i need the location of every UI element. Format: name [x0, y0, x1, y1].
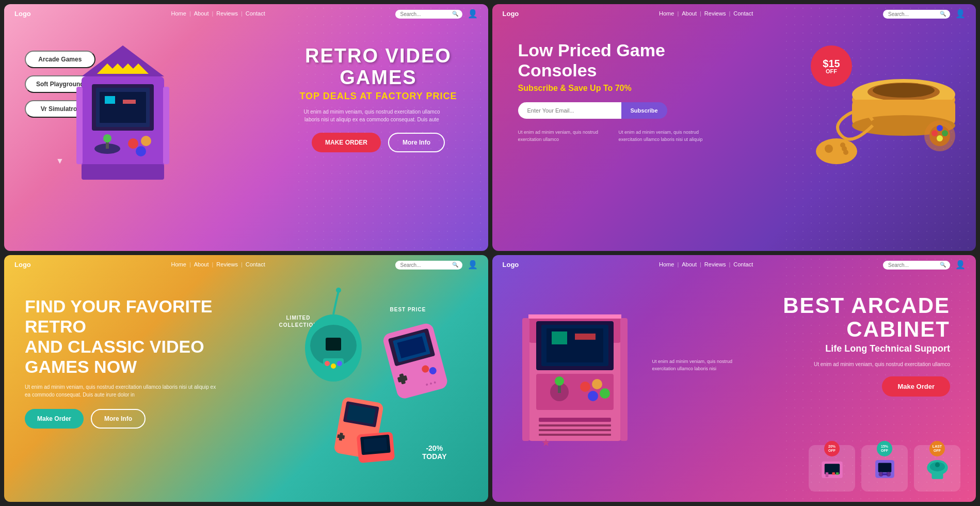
product-card-3[interactable]: LAST OFF [914, 445, 960, 492]
svg-point-14 [128, 138, 138, 149]
arrow-decoration-1: ▼ [56, 156, 64, 166]
svg-rect-86 [522, 318, 529, 441]
search-icon-3: 🔍 [452, 262, 458, 267]
p4-main-content: Best Arcade Cabinet Life Long Technical … [783, 294, 950, 397]
badge-2: 15% OFF [877, 441, 892, 456]
panel-low-priced-consoles: Logo Home | About | Reviews | Contact 🔍 … [492, 4, 976, 251]
svg-rect-98 [882, 473, 888, 475]
svg-rect-95 [878, 463, 891, 472]
p4-make-order-btn[interactable]: Make Order [882, 376, 950, 397]
p4-subtitle: Life Long Technical Support [783, 343, 950, 354]
nav-reviews-3[interactable]: Reviews [216, 261, 238, 267]
svg-rect-17 [82, 164, 164, 180]
panel-retro-video-games: Logo Home | About | Reviews | Contact 🔍 … [4, 4, 488, 251]
panel-best-arcade-cabinet: Logo Home | About | Reviews | Contact 🔍 … [492, 255, 976, 502]
badge-1: 20% OFF [824, 441, 840, 456]
nav-about-2[interactable]: About [682, 10, 697, 17]
svg-point-27 [825, 145, 833, 153]
user-icon-4[interactable]: 👤 [955, 260, 966, 270]
svg-point-80 [588, 391, 598, 401]
nav-about-1[interactable]: About [194, 10, 209, 17]
nav-home-3[interactable]: Home [171, 261, 186, 267]
p2-info-grid: Ut enim ad minim veniam, quis nostrud ex… [518, 129, 714, 143]
p2-email-subscribe: Subscribe [518, 102, 714, 119]
svg-rect-91 [825, 472, 828, 477]
svg-point-42 [331, 363, 336, 369]
svg-point-43 [337, 361, 342, 366]
navbar-2: Logo Home | About | Reviews | Contact 🔍 … [492, 4, 976, 23]
nav-contact-3[interactable]: Contact [246, 261, 265, 267]
user-icon-1[interactable]: 👤 [468, 9, 478, 19]
nav-links-3: Home | About | Reviews | Contact [46, 261, 390, 267]
nav-home-4[interactable]: Home [659, 261, 674, 267]
nav-reviews-2[interactable]: Reviews [704, 10, 726, 17]
p3-action-buttons: Make Order More Info [25, 409, 231, 429]
arcade-machine-image [66, 35, 180, 190]
svg-point-41 [325, 361, 330, 366]
email-input[interactable] [518, 102, 621, 119]
svg-rect-87 [620, 318, 628, 441]
product-card-2[interactable]: 15% OFF [861, 445, 908, 492]
nav-links-2: Home | About | Reviews | Contact [534, 10, 878, 17]
svg-rect-83 [539, 424, 611, 426]
svg-point-78 [580, 382, 590, 392]
console-image [811, 33, 966, 187]
nav-reviews-4[interactable]: Reviews [704, 261, 726, 267]
svg-rect-92 [832, 472, 835, 475]
p1-make-order-btn[interactable]: Make Order [312, 133, 381, 152]
svg-rect-65 [363, 437, 387, 452]
search-icon-1: 🔍 [452, 11, 458, 17]
logo-2: Logo [503, 10, 519, 18]
p3-more-info-btn[interactable]: More Info [91, 409, 146, 429]
user-icon-3[interactable]: 👤 [468, 260, 478, 270]
handheld-devices-image [271, 281, 478, 482]
svg-point-77 [555, 376, 564, 386]
p1-main-content: Retro Video Games Top Deals At Factory P… [299, 45, 457, 152]
svg-point-36 [937, 135, 943, 141]
svg-rect-101 [931, 472, 943, 479]
nav-contact-4[interactable]: Contact [733, 261, 753, 267]
nav-about-4[interactable]: About [682, 261, 697, 267]
nav-contact-1[interactable]: Contact [246, 10, 265, 17]
product-card-1[interactable]: 20% OFF [809, 445, 855, 492]
nav-about-3[interactable]: About [194, 261, 209, 267]
svg-point-34 [942, 130, 948, 136]
p2-info-2: Ut enim ad minim veniam, quis nostrud ex… [619, 129, 714, 143]
logo-4: Logo [503, 261, 519, 268]
svg-point-26 [816, 138, 857, 164]
svg-rect-10 [123, 100, 136, 104]
svg-rect-93 [836, 472, 839, 475]
user-icon-2[interactable]: 👤 [955, 9, 966, 19]
search-wrap-1: 🔍 [395, 9, 462, 19]
svg-rect-73 [528, 314, 621, 319]
nav-reviews-1[interactable]: Reviews [216, 10, 238, 17]
svg-point-13 [103, 134, 111, 143]
p3-make-order-btn[interactable]: Make Order [25, 409, 84, 429]
logo-3: Logo [14, 261, 31, 268]
svg-point-23 [873, 83, 935, 98]
svg-text:★: ★ [541, 437, 551, 448]
nav-contact-2[interactable]: Contact [733, 10, 753, 17]
nav-home-1[interactable]: Home [171, 10, 186, 17]
svg-rect-18 [76, 87, 83, 164]
p3-main-content: Find Your Favorite Retro And Classic Vid… [25, 296, 231, 429]
p4-description: Ut enim ad minim veniam, quis nostrud ex… [806, 360, 950, 368]
svg-rect-72 [575, 334, 596, 340]
badge-3: LAST OFF [929, 441, 945, 456]
arcade-cabinet-image-2: ★ [508, 286, 652, 451]
p2-info-1: Ut enim ad minim veniam, quis nostrud ex… [518, 129, 614, 143]
p2-main-content: Low Priced Game Consoles Subscribe & Sav… [518, 40, 714, 143]
svg-point-44 [336, 288, 341, 293]
svg-point-15 [141, 136, 151, 146]
nav-links-4: Home | About | Reviews | Contact [534, 261, 878, 267]
subscribe-btn[interactable]: Subscribe [621, 102, 667, 119]
nav-home-2[interactable]: Home [659, 10, 674, 17]
svg-point-29 [840, 143, 845, 148]
svg-point-79 [592, 379, 602, 389]
search-wrap-3: 🔍 [395, 260, 462, 270]
navbar-3: Logo Home | About | Reviews | Contact 🔍 … [4, 255, 488, 274]
p1-more-info-btn[interactable]: More Info [388, 133, 445, 152]
p4-title: Best Arcade Cabinet [783, 294, 950, 341]
logo-1: Logo [14, 10, 31, 18]
svg-rect-19 [163, 87, 169, 164]
